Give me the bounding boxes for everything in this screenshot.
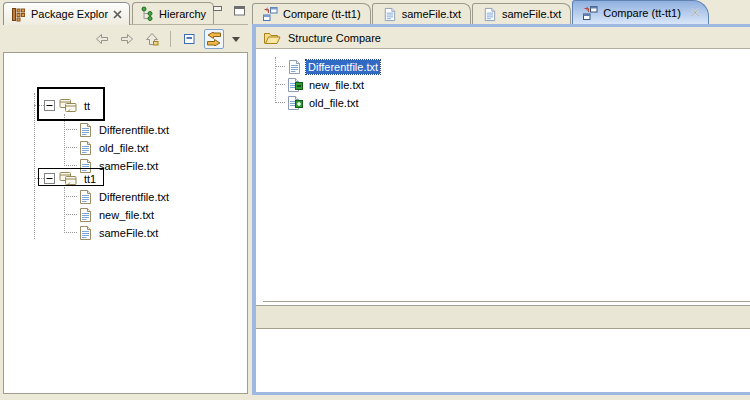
collapsed-compare-pane xyxy=(256,305,750,329)
package-icon xyxy=(59,98,78,113)
compare-item-label: new_file.txt xyxy=(307,78,366,92)
text-file-icon xyxy=(77,189,93,205)
text-file-icon xyxy=(77,122,93,138)
text-file-icon xyxy=(382,7,397,22)
editor-tab-compare-2-active[interactable]: Compare (tt-tt1) xyxy=(572,0,709,24)
package-explorer-view: Package Explor Hierarchy xyxy=(3,2,248,396)
editor-tab-label: Compare (tt-tt1) xyxy=(283,8,361,20)
tree-item-file[interactable]: old_file.txt xyxy=(77,139,151,156)
tree-item-file[interactable]: sameFile.txt xyxy=(77,224,160,241)
editor-tab-samefile-2[interactable]: sameFile.txt xyxy=(472,3,571,24)
tree-item-label: new_file.txt xyxy=(97,208,156,222)
tree-line xyxy=(275,84,285,85)
editor-area: Compare (tt-tt1) sameFile.txt sameFile xyxy=(252,0,750,400)
tree-line xyxy=(64,165,77,166)
tree-line xyxy=(64,232,77,233)
tree-item-label: sameFile.txt xyxy=(97,226,160,240)
tree-line xyxy=(64,114,65,166)
hierarchy-icon xyxy=(140,6,154,21)
text-file-icon xyxy=(482,7,497,22)
text-file-added-icon xyxy=(286,95,303,111)
tree-item-label: Differentfile.txt xyxy=(97,190,171,204)
editor-tab-label: sameFile.txt xyxy=(502,8,561,20)
package-explorer-icon xyxy=(11,7,26,22)
tree-line xyxy=(275,57,276,103)
tree-line xyxy=(64,196,77,197)
structure-compare-tree: Differentfile.txt new_file.txt xyxy=(256,49,750,301)
tree-item-label: sameFile.txt xyxy=(97,159,160,173)
compare-item-differentfile[interactable]: Differentfile.txt xyxy=(286,58,380,75)
text-file-icon xyxy=(77,225,93,241)
expand-minus-icon[interactable] xyxy=(44,173,55,184)
structure-compare-header: Structure Compare xyxy=(256,27,750,49)
tree-line xyxy=(275,66,285,67)
compare-icon xyxy=(582,5,598,21)
open-folder-icon xyxy=(263,31,281,45)
compare-item-label: old_file.txt xyxy=(307,96,361,110)
tab-hierarchy[interactable]: Hierarchy xyxy=(132,2,214,24)
tree-line xyxy=(64,187,65,233)
tab-label: Hierarchy xyxy=(159,8,206,20)
editor-tab-label: Compare (tt-tt1) xyxy=(603,7,681,19)
tree-line xyxy=(34,93,35,239)
package-icon xyxy=(59,171,78,186)
expand-minus-icon[interactable] xyxy=(44,100,55,111)
tree-item-file[interactable]: Differentfile.txt xyxy=(77,188,171,205)
tree-item-file[interactable]: new_file.txt xyxy=(77,206,156,223)
tree-item-project-tt[interactable]: tt xyxy=(44,97,92,114)
minimize-icon[interactable] xyxy=(211,4,226,17)
up-arrow-icon[interactable] xyxy=(142,29,162,49)
text-file-removed-icon xyxy=(286,77,303,93)
tree-line xyxy=(64,147,77,148)
editor-tab-compare-1[interactable]: Compare (tt-tt1) xyxy=(252,3,371,24)
tree-item-label: old_file.txt xyxy=(97,141,151,155)
view-toolbar xyxy=(3,26,248,52)
tab-package-explorer[interactable]: Package Explor xyxy=(3,2,130,25)
tree-item-label: tt1 xyxy=(82,172,98,186)
close-icon[interactable] xyxy=(690,8,700,17)
tree-item-label: tt xyxy=(82,99,92,113)
close-icon[interactable] xyxy=(113,10,122,19)
maximize-icon[interactable] xyxy=(232,4,247,17)
text-file-icon xyxy=(286,59,302,75)
tree-line xyxy=(64,129,77,130)
compare-item-old-file[interactable]: old_file.txt xyxy=(286,94,361,111)
back-arrow-icon[interactable] xyxy=(92,29,112,49)
collapse-all-icon[interactable] xyxy=(179,29,199,49)
forward-arrow-icon[interactable] xyxy=(117,29,137,49)
compare-sash[interactable] xyxy=(256,301,750,305)
tree-line xyxy=(275,102,285,103)
compare-content-area xyxy=(256,329,750,392)
compare-icon xyxy=(262,6,278,22)
tree-item-project-tt1[interactable]: tt1 xyxy=(44,170,98,187)
package-explorer-tree: tt Differentfile.txt old_file.txt xyxy=(3,52,248,394)
editor-tabbar: Compare (tt-tt1) sameFile.txt sameFile xyxy=(252,0,750,24)
text-file-icon xyxy=(77,140,93,156)
tree-line xyxy=(64,214,77,215)
editor-tab-label: sameFile.txt xyxy=(402,8,461,20)
sash-handle[interactable] xyxy=(256,299,263,303)
compare-item-label: Differentfile.txt xyxy=(306,60,380,74)
tree-item-file[interactable]: Differentfile.txt xyxy=(77,121,171,138)
tab-label: Package Explor xyxy=(31,8,108,20)
view-menu-icon[interactable] xyxy=(229,29,243,49)
view-minmax-buttons xyxy=(211,4,247,17)
link-with-editor-icon[interactable] xyxy=(204,29,224,49)
compare-item-new-file[interactable]: new_file.txt xyxy=(286,76,366,93)
toolbar-separator xyxy=(170,31,171,47)
tree-item-label: Differentfile.txt xyxy=(97,123,171,137)
structure-compare-title: Structure Compare xyxy=(288,32,381,44)
editor-tab-samefile-1[interactable]: sameFile.txt xyxy=(372,3,471,24)
text-file-icon xyxy=(77,207,93,223)
compare-editor: Structure Compare Differentfile.txt xyxy=(252,24,750,395)
